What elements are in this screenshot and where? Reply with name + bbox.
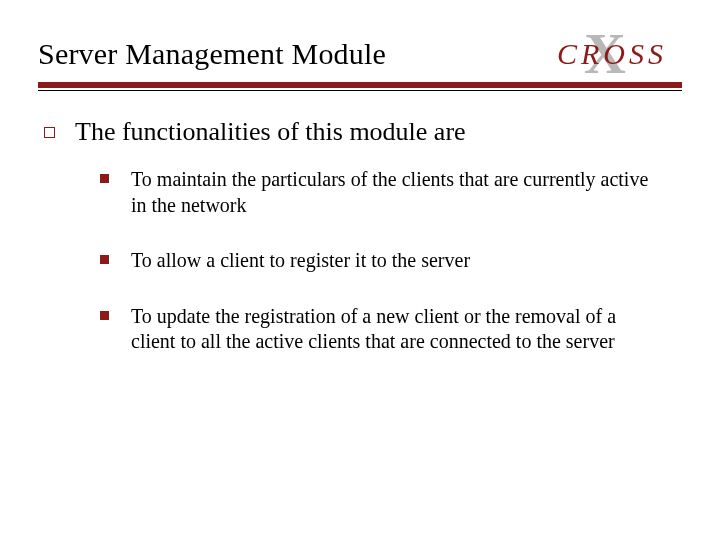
slide-title: Server Management Module: [38, 37, 386, 71]
heading-text: The functionalities of this module are: [75, 117, 466, 147]
bullet-filled-icon: [100, 255, 109, 264]
list-item-text: To update the registration of a new clie…: [131, 304, 651, 355]
slide-content: The functionalities of this module are T…: [38, 117, 682, 355]
list-item: To allow a client to register it to the …: [100, 248, 682, 274]
slide-header: Server Management Module X CROSS: [38, 30, 682, 78]
list-item-text: To allow a client to register it to the …: [131, 248, 470, 274]
bullet-filled-icon: [100, 311, 109, 320]
list-item: To update the registration of a new clie…: [100, 304, 682, 355]
bullet-list: To maintain the particulars of the clien…: [44, 167, 682, 355]
title-rule-thin: [38, 90, 682, 91]
logo-text: CROSS: [557, 37, 667, 71]
bullet-filled-icon: [100, 174, 109, 183]
list-item: To maintain the particulars of the clien…: [100, 167, 682, 218]
bullet-open-icon: [44, 127, 55, 138]
slide: Server Management Module X CROSS The fun…: [0, 0, 720, 540]
logo: X CROSS: [542, 30, 682, 78]
list-item-text: To maintain the particulars of the clien…: [131, 167, 651, 218]
heading-row: The functionalities of this module are: [44, 117, 682, 147]
